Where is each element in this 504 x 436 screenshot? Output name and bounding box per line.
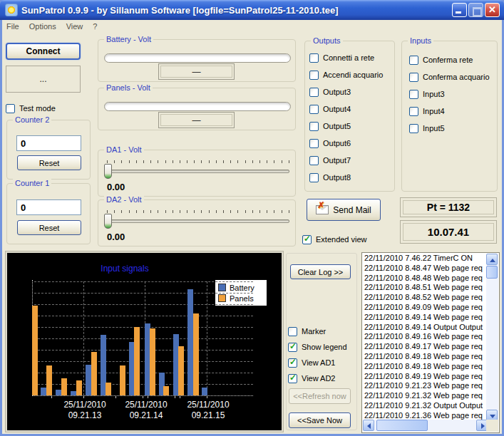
checkbox-output4[interactable] [309, 105, 319, 114]
log-entry[interactable]: 22/11/2010 8.49.14 Web page req [363, 313, 487, 323]
checkbox-test-mode[interactable] [6, 104, 15, 113]
checkbox-label-extended-view: Extended view [316, 235, 367, 244]
da1-slider-thumb[interactable] [104, 164, 112, 179]
log-entry[interactable]: 22/11/2010 9.21.23 Web page req [363, 381, 487, 391]
log-entry[interactable]: 22/11/2010 9.21.32 Web page req [363, 391, 487, 401]
menu-file[interactable]: File [6, 22, 19, 31]
checkbox-output7[interactable] [309, 156, 319, 165]
gridline-horizontal [34, 350, 253, 351]
bar-panels [163, 386, 169, 395]
save-now-button[interactable]: <<Save Now [289, 412, 351, 428]
checkbox-output5[interactable] [309, 122, 319, 131]
checkbox-label-input5: Input5 [423, 124, 445, 133]
bar-panels [106, 383, 111, 395]
bar-panels [46, 365, 52, 395]
gridline-horizontal [34, 338, 253, 339]
legend-label-panels: Panels [230, 294, 254, 303]
counter1-value-field[interactable]: 0 [16, 199, 81, 215]
battery-value-button[interactable]: — [158, 63, 235, 80]
log-entry[interactable]: 22/11/2010 7.46.22 TimerC ON [363, 254, 487, 264]
menu-view[interactable]: View [66, 22, 83, 31]
mail-icon [316, 205, 329, 214]
horizontal-scroll-thumb[interactable] [376, 420, 428, 431]
da2-slider-rail[interactable] [104, 219, 289, 223]
log-entry[interactable]: 22/11/2010 8.49.19 Web page req [363, 372, 487, 382]
clock-panel: 10.07.41 [400, 220, 497, 244]
checkbox-output3[interactable] [309, 88, 319, 97]
menu-options[interactable]: Options [29, 22, 56, 31]
pt-value: Pt = 1132 [403, 200, 494, 214]
dots-button[interactable]: ... [6, 66, 81, 93]
log-entry[interactable]: 22/11/2010 8.49.16 Web page req [363, 332, 487, 342]
maximize-button[interactable] [468, 3, 483, 17]
panels-progress-bar [104, 102, 291, 111]
battery-value-label: — [192, 67, 201, 77]
da2-slider-thumb[interactable] [104, 214, 112, 229]
minimize-button[interactable] [452, 3, 467, 17]
checkbox-label-accendi-acquario: Accendi acquario [323, 71, 383, 79]
checkbox-label-output7: Output7 [323, 156, 351, 165]
checkbox-label-connetti-a-rete: Connetti a rete [323, 53, 374, 62]
bar-panels [32, 306, 38, 395]
checkbox-label-marker: Marker [302, 327, 326, 336]
gridline-horizontal [34, 361, 253, 362]
checkbox-view-ad2[interactable] [288, 374, 297, 383]
bar-battery [86, 365, 91, 395]
pt-status-panel: Pt = 1132 [400, 197, 497, 217]
menu-bar: FileOptionsView? [2, 20, 502, 33]
horizontal-scrollbar[interactable] [363, 420, 488, 432]
vertical-scroll-thumb[interactable] [486, 266, 498, 279]
checkbox-output8[interactable] [309, 173, 319, 182]
da1-slider-rail[interactable] [104, 170, 289, 173]
close-button[interactable] [485, 3, 500, 17]
log-entry[interactable]: 22/11/2010 8.48.48 Web page req [363, 274, 487, 284]
bar-panels [91, 352, 97, 395]
inputs-title: Inputs [408, 36, 433, 45]
menu-[interactable]: ? [93, 22, 97, 31]
counter2-value-field[interactable]: 0 [16, 135, 81, 151]
checkbox-accendi-acquario[interactable] [309, 71, 319, 80]
panels-value-button[interactable]: — [158, 112, 235, 128]
refresh-now-button[interactable]: <<Refresh now [289, 388, 351, 404]
counter2-reset-button[interactable]: Reset [17, 155, 81, 170]
log-entry[interactable]: 22/11/2010 8.48.51 Web page req [363, 283, 487, 293]
checkbox-conferma-acquario[interactable] [409, 73, 418, 82]
checkbox-input3[interactable] [409, 90, 418, 99]
connect-button[interactable]: Connect [6, 43, 81, 60]
outputs-title: Outputs [311, 36, 343, 45]
clear-log-button[interactable]: Clear Log >> [290, 264, 351, 279]
send-mail-button[interactable]: Send Mail [307, 199, 381, 221]
scroll-left-button[interactable] [363, 420, 374, 431]
checkbox-label-output6: Output6 [323, 139, 351, 147]
checkbox-view-ad1[interactable] [288, 358, 297, 368]
panels-volt-group: Panels - Volt — [98, 88, 296, 130]
checkbox-show-legend[interactable] [288, 343, 297, 352]
da1-volt-title: DA1 - Volt [104, 145, 144, 154]
log-entry[interactable]: 22/11/2010 8.48.47 Web page req [363, 264, 487, 274]
log-entry[interactable]: 22/11/2010 8.49.17 Web page req [363, 342, 487, 352]
log-entry[interactable]: 22/11/2010 8.48.52 Web page req [363, 293, 487, 303]
da1-value: 0.00 [107, 182, 125, 192]
scroll-up-button[interactable] [486, 254, 498, 265]
counter1-reset-button[interactable]: Reset [17, 220, 81, 235]
log-entry[interactable]: 22/11/2010 8.49.18 Web page req [363, 362, 487, 372]
checkbox-extended-view[interactable] [302, 235, 312, 244]
checkbox-marker[interactable] [288, 327, 297, 336]
test-mode-check-row: Test mode [6, 100, 56, 117]
checkbox-label-conferma-rete: Conferma rete [423, 56, 473, 64]
title-bar[interactable]: SunPatrol 0.9.9 - by Sillanum Software [… [0, 0, 504, 20]
x-tick-label: 25/11/201009.21.15 [173, 400, 244, 421]
checkbox-input4[interactable] [409, 107, 418, 116]
log-entry[interactable]: 22/11/2010 8.49.14 Output Output [363, 323, 487, 333]
log-listbox[interactable]: 22/11/2010 7.46.22 TimerC ON22/11/2010 8… [361, 252, 500, 433]
checkbox-output6[interactable] [309, 139, 319, 148]
log-entry[interactable]: 22/11/2010 8.49.09 Web page req [363, 303, 487, 313]
checkbox-connetti-a-rete[interactable] [309, 53, 319, 63]
checkbox-input5[interactable] [409, 124, 418, 133]
vertical-scrollbar[interactable] [486, 254, 498, 421]
log-entry[interactable]: 22/11/2010 9.21.32 Output Output [363, 401, 487, 411]
checkbox-conferma-rete[interactable] [409, 56, 418, 65]
counter1-title: Counter 1 [13, 179, 51, 187]
log-entries: 22/11/2010 7.46.22 TimerC ON22/11/2010 8… [363, 254, 487, 421]
log-entry[interactable]: 22/11/2010 8.49.18 Web page req [363, 352, 487, 362]
